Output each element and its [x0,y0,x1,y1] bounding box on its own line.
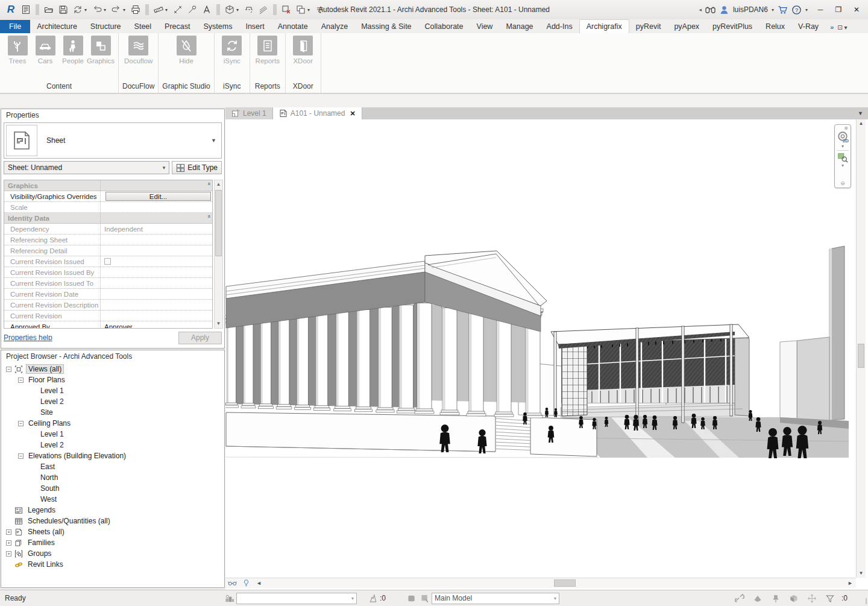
properties-help-link[interactable]: Properties help [4,333,52,342]
design-options-pick-icon[interactable] [418,594,432,603]
project-properties-icon[interactable] [19,3,33,16]
select-pinned-icon[interactable] [769,594,782,603]
horizontal-scrollbar[interactable] [265,578,844,588]
instance-selector[interactable]: Sheet: Unnamed ▾ [4,161,169,174]
v-scroll-thumb[interactable] [858,344,864,368]
tab-steel[interactable]: Steel [128,20,159,33]
tree-item-elevations-building-elevation-[interactable]: −Elevations (Building Elevation) [1,450,224,461]
drawing-area[interactable]: ⊗ 2D ▾ ▾ ⊖ [225,119,868,590]
navbar-close-icon[interactable]: ⊗ [844,125,851,131]
type-selector[interactable]: Sheet ▼ [4,122,222,159]
trees-button[interactable]: Trees [4,36,31,65]
tree-item-families[interactable]: +Families [1,537,224,548]
revit-logo[interactable]: R [4,4,18,16]
view-tab-level-1[interactable]: Level 1 [225,107,273,119]
measure-dropdown[interactable]: ▾ [165,7,170,13]
tree-item-south[interactable]: South [1,483,224,494]
section-collapse-icon[interactable]: « [206,182,212,189]
tab-pyapex[interactable]: pyApex [667,20,706,33]
tab-annotate[interactable]: Annotate [271,20,315,33]
design-option-dropdown[interactable]: Main Model▾ [432,593,559,604]
sync-dropdown[interactable]: ▾ [84,7,89,13]
tab-architecture[interactable]: Architecture [30,20,84,33]
sync-icon[interactable] [71,3,84,16]
tree-item-level-2[interactable]: Level 2 [1,396,224,407]
cars-button[interactable]: Cars [32,36,58,65]
tree-item-north[interactable]: North [1,472,224,483]
scroll-left-icon[interactable]: ◄ [253,580,265,586]
collapse-icon[interactable]: − [18,453,24,459]
editing-requests-icon[interactable] [366,594,380,603]
navigation-bar[interactable]: ⊗ 2D ▾ ▾ ⊖ [834,124,851,188]
tab-manage[interactable]: Manage [499,20,539,33]
property-value[interactable] [101,311,212,321]
filter-icon[interactable] [823,594,837,603]
collapse-icon[interactable]: − [6,367,11,372]
graphics-button[interactable]: Graphics [87,36,114,65]
expand-icon[interactable]: + [6,529,11,535]
tree-item-ceiling-plans[interactable]: −Ceiling Plans [1,418,224,429]
tab-analyze[interactable]: Analyze [315,20,354,33]
property-value[interactable] [101,289,212,299]
close-view-icon[interactable]: ✕ [350,110,355,118]
view-tab-a101-unnamed[interactable]: A101 - Unnamed✕ [273,107,362,119]
tab-add-ins[interactable]: Add-Ins [540,20,579,33]
3d-view-dropdown[interactable]: ▾ [236,7,241,13]
default-3d-view-icon[interactable] [223,3,236,16]
tree-item-west[interactable]: West [1,494,224,505]
tree-item-level-1[interactable]: Level 1 [1,429,224,440]
isync-button[interactable]: iSync [219,36,245,65]
signed-in-user[interactable]: luisPDAN6 [733,5,768,14]
select-underlay-icon[interactable] [751,594,764,603]
tree-item-sheets-all-[interactable]: +Sheets (all) [1,526,224,537]
help-icon[interactable]: ? [791,5,802,15]
zoom-region-icon[interactable] [837,152,848,163]
tab-v-ray[interactable]: V-Ray [791,20,825,33]
collapse-icon[interactable]: − [18,377,24,383]
tab-archigrafix[interactable]: Archigrafix [579,19,629,33]
tree-item-floor-plans[interactable]: −Floor Plans [1,374,224,385]
docuflow-button[interactable]: Docuflow [125,36,152,65]
tab-list-dropdown-icon[interactable]: ▼ [853,107,868,119]
close-button[interactable]: ✕ [848,2,866,17]
tab-view[interactable]: View [470,20,500,33]
text-icon[interactable] [200,3,213,16]
select-by-face-icon[interactable] [787,594,800,603]
close-inactive-icon[interactable] [280,3,293,16]
drag-on-selection-icon[interactable] [805,594,819,603]
switch-windows-dropdown[interactable]: ▾ [307,7,312,13]
measure-icon[interactable] [152,3,165,16]
redo-icon[interactable] [110,3,123,16]
temporary-view-properties-icon[interactable] [239,579,253,587]
tree-item-revit-links[interactable]: Revit Links [1,559,224,570]
collapse-search-icon[interactable]: ◂ [699,7,702,13]
user-icon[interactable] [719,5,729,15]
wheel-dropdown-icon[interactable]: ▾ [841,144,844,149]
tree-item-schedules-quantities-all-[interactable]: Schedules/Quantities (all) [1,516,224,526]
resize-grip[interactable] [861,598,867,604]
zoom-dropdown-icon[interactable]: ▾ [841,163,844,168]
print-icon[interactable] [129,3,142,16]
panel-label[interactable]: Content [0,81,118,93]
property-value[interactable]: Edit... [101,191,212,201]
property-value[interactable] [101,256,212,267]
customize-qat-icon[interactable] [313,3,327,16]
tree-item-groups[interactable]: +Groups [1,548,224,559]
switch-windows-icon[interactable] [294,3,307,16]
tab-massing-site[interactable]: Massing & Site [354,20,418,33]
minimize-button[interactable]: ─ [811,2,829,17]
panel-label[interactable]: DocuFlow [119,81,158,93]
navbar-minimize-icon[interactable]: ⊖ [840,180,845,188]
hide-button[interactable]: Hide [173,36,200,65]
tree-item-views-all-[interactable]: −Views (all) [1,364,224,374]
panel-label[interactable]: Reports [250,81,285,93]
user-dropdown[interactable]: ▾ [772,7,774,13]
expand-icon[interactable]: + [6,540,11,546]
properties-scrollbar[interactable]: ▲ ▼ [214,180,223,329]
edit-overrides-button[interactable]: Edit... [105,192,211,201]
h-scroll-thumb[interactable] [554,579,576,587]
tree-item-level-2[interactable]: Level 2 [1,440,224,450]
property-value[interactable] [101,267,212,277]
tab-precast[interactable]: Precast [158,20,197,33]
people-button[interactable]: People [60,36,86,65]
